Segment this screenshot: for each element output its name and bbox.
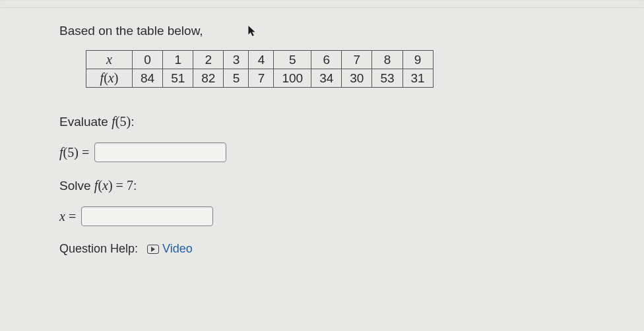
- x-cell: 3: [224, 51, 249, 69]
- x-cell: 1: [163, 51, 193, 69]
- x-cell: 5: [274, 51, 311, 69]
- fx-cell: 31: [402, 69, 433, 88]
- intro-text: Based on the table below,: [59, 24, 612, 38]
- mouse-cursor-icon: [247, 25, 257, 38]
- video-link-label: Video: [162, 242, 193, 256]
- x-cell: 8: [372, 51, 402, 69]
- evaluate-row: f(5) =: [59, 142, 612, 162]
- fx-cell: 51: [163, 69, 193, 88]
- fx-cell: 5: [224, 69, 249, 88]
- x-cell: 6: [311, 51, 342, 69]
- evaluate-input[interactable]: [94, 142, 226, 162]
- question-content: Based on the table below, x 0 1 2 3 4 5 …: [0, 8, 644, 269]
- x-header: x: [86, 51, 133, 69]
- video-link[interactable]: Video: [147, 242, 193, 256]
- x-cell: 0: [133, 51, 163, 69]
- solve-input[interactable]: [81, 206, 213, 226]
- fx-cell: 7: [249, 69, 274, 88]
- solve-prompt: Solve f(x) = 7:: [59, 178, 612, 193]
- fx-cell: 53: [372, 69, 402, 88]
- fx-cell: 100: [274, 69, 311, 88]
- x-cell: 4: [249, 51, 274, 69]
- help-label: Question Help:: [59, 242, 138, 256]
- x-cell: 9: [402, 51, 433, 69]
- question-help: Question Help: Video: [59, 242, 612, 256]
- table-row: f(x) 84 51 82 5 7 100 34 30 53 31: [86, 69, 434, 88]
- function-table: x 0 1 2 3 4 5 6 7 8 9 f(x) 84 51 82 5 7 …: [86, 50, 612, 88]
- solve-row: x =: [59, 206, 612, 226]
- x-cell: 2: [193, 51, 224, 69]
- fx-cell: 82: [193, 69, 224, 88]
- evaluate-prompt: Evaluate f(5):: [59, 114, 612, 129]
- fx-cell: 34: [311, 69, 342, 88]
- fx-cell: 30: [342, 69, 372, 88]
- solve-label: x =: [59, 209, 76, 224]
- fx-cell: 84: [133, 69, 163, 88]
- evaluate-label: f(5) =: [59, 145, 89, 160]
- video-play-icon: [147, 245, 159, 254]
- table-row: x 0 1 2 3 4 5 6 7 8 9: [86, 51, 434, 69]
- x-cell: 7: [342, 51, 372, 69]
- top-panel-border: [0, 0, 644, 8]
- fx-header: f(x): [86, 69, 133, 88]
